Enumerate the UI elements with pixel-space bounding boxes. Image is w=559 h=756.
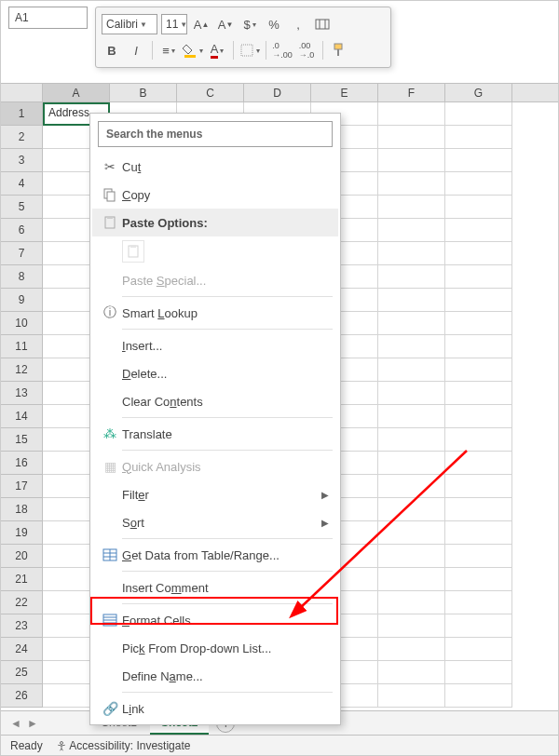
row-header[interactable]: 18 — [1, 498, 43, 521]
decrease-font-icon[interactable]: A▼ — [215, 14, 236, 34]
font-name-select[interactable]: Calibri▼ — [102, 14, 157, 34]
cell[interactable] — [445, 428, 512, 452]
menu-get-data[interactable]: Get Data from Table/Range... — [92, 541, 338, 569]
format-painter-button[interactable] — [329, 40, 349, 61]
row-header[interactable]: 13 — [1, 382, 43, 405]
col-header-b[interactable]: B — [110, 84, 177, 101]
menu-cut[interactable]: ✂ Cut — [92, 153, 338, 181]
cell[interactable] — [445, 521, 512, 545]
cell[interactable] — [445, 545, 512, 568]
row-header[interactable]: 23 — [1, 614, 43, 638]
menu-link[interactable]: 🔗 Link — [92, 695, 338, 722]
cell[interactable] — [378, 521, 445, 545]
cell[interactable] — [445, 289, 512, 312]
comma-button[interactable]: , — [288, 14, 308, 34]
cell[interactable] — [378, 684, 445, 708]
cell[interactable] — [445, 568, 512, 591]
row-header[interactable]: 20 — [1, 545, 43, 568]
increase-decimal-button[interactable]: .0→.00 — [272, 40, 293, 61]
select-all-corner[interactable] — [1, 84, 43, 101]
row-header[interactable]: 21 — [1, 568, 43, 591]
cell[interactable] — [445, 172, 512, 196]
cell[interactable] — [445, 661, 512, 684]
cell[interactable] — [378, 312, 445, 335]
fill-color-button[interactable]: ▾ — [183, 40, 203, 61]
row-header[interactable]: 24 — [1, 638, 43, 661]
menu-format-cells[interactable]: Format Cells... — [92, 606, 338, 634]
col-header-c[interactable]: C — [177, 84, 244, 101]
align-button[interactable]: ≡▾ — [158, 40, 179, 61]
cell[interactable] — [378, 172, 445, 196]
row-header[interactable]: 1 — [1, 102, 43, 126]
row-header[interactable]: 10 — [1, 312, 43, 335]
cell[interactable] — [378, 265, 445, 289]
menu-translate[interactable]: ⁂ Translate — [92, 420, 338, 448]
font-size-select[interactable]: 11▼ — [161, 14, 187, 34]
col-header-f[interactable]: F — [378, 84, 445, 101]
menu-insert-comment[interactable]: Insert Comment — [92, 574, 338, 601]
tab-nav-next[interactable]: ► — [25, 717, 40, 730]
menu-delete[interactable]: Delete... — [92, 359, 338, 387]
menu-pick-list[interactable]: Pick From Drop-down List... — [92, 634, 338, 662]
menu-define-name[interactable]: Define Name... — [92, 662, 338, 690]
row-header[interactable]: 25 — [1, 661, 43, 684]
percent-button[interactable]: % — [264, 14, 284, 34]
row-header[interactable]: 26 — [1, 684, 43, 708]
cell[interactable] — [445, 219, 512, 242]
currency-button[interactable]: $▾ — [239, 14, 260, 34]
cell[interactable] — [378, 289, 445, 312]
menu-filter[interactable]: Filter▶ — [92, 480, 338, 508]
row-header[interactable]: 12 — [1, 358, 43, 382]
cell[interactable] — [378, 242, 445, 265]
accessibility-status[interactable]: Accessibility: Investigate — [56, 739, 191, 752]
menu-copy[interactable]: Copy — [92, 181, 338, 209]
row-header[interactable]: 11 — [1, 335, 43, 358]
decrease-decimal-button[interactable]: .00→.0 — [296, 40, 317, 61]
menu-smart-lookup[interactable]: ⓘ Smart Lookup — [92, 299, 338, 327]
tab-nav-prev[interactable]: ◄ — [8, 717, 23, 730]
row-header[interactable]: 3 — [1, 149, 43, 172]
cell[interactable] — [445, 498, 512, 521]
row-header[interactable]: 14 — [1, 405, 43, 428]
cell[interactable] — [445, 452, 512, 475]
cell[interactable] — [378, 149, 445, 172]
row-header[interactable]: 2 — [1, 126, 43, 149]
cell[interactable] — [378, 452, 445, 475]
cell[interactable] — [378, 102, 445, 126]
cell[interactable] — [378, 545, 445, 568]
cell[interactable] — [445, 591, 512, 614]
increase-font-icon[interactable]: A▲ — [191, 14, 211, 34]
merge-button[interactable] — [312, 14, 333, 34]
font-color-button[interactable]: A▾ — [207, 40, 227, 61]
cell[interactable] — [378, 335, 445, 358]
cell[interactable] — [445, 335, 512, 358]
col-header-e[interactable]: E — [311, 84, 378, 101]
row-header[interactable]: 8 — [1, 265, 43, 289]
cell[interactable] — [445, 405, 512, 428]
cell[interactable] — [378, 638, 445, 661]
cell[interactable] — [445, 242, 512, 265]
cell[interactable] — [378, 126, 445, 149]
cell[interactable] — [378, 498, 445, 521]
cell[interactable] — [378, 591, 445, 614]
cell[interactable] — [378, 661, 445, 684]
cell[interactable] — [445, 382, 512, 405]
row-header[interactable]: 17 — [1, 475, 43, 498]
row-header[interactable]: 7 — [1, 242, 43, 265]
cell[interactable] — [445, 638, 512, 661]
cell[interactable] — [378, 428, 445, 452]
row-header[interactable]: 15 — [1, 428, 43, 452]
cell[interactable] — [378, 405, 445, 428]
italic-button[interactable]: I — [126, 40, 146, 61]
row-header[interactable]: 9 — [1, 289, 43, 312]
row-header[interactable]: 4 — [1, 172, 43, 196]
name-box[interactable]: A1 — [8, 7, 88, 29]
bold-button[interactable]: B — [102, 40, 122, 61]
search-menus-input[interactable]: Search the menus — [98, 121, 333, 147]
cell[interactable] — [378, 568, 445, 591]
cell[interactable] — [378, 382, 445, 405]
cell[interactable] — [378, 358, 445, 382]
cell[interactable] — [445, 126, 512, 149]
cell[interactable] — [445, 265, 512, 289]
cell[interactable] — [445, 102, 512, 126]
